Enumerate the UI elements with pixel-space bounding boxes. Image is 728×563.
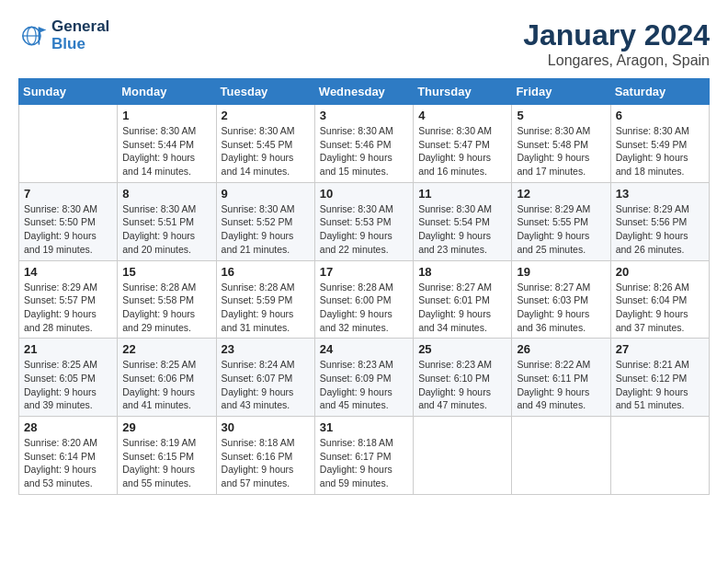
weekday-header: Thursday (414, 79, 512, 105)
sunset-text: Sunset: 5:48 PM (517, 138, 605, 152)
sunset-text: Sunset: 6:09 PM (320, 372, 408, 385)
day-number: 30 (222, 420, 310, 434)
calendar-cell: 3 Sunrise: 8:30 AM Sunset: 5:46 PM Dayli… (314, 105, 413, 183)
sunrise-text: Sunrise: 8:27 AM (517, 281, 605, 294)
sunrise-text: Sunrise: 8:27 AM (418, 281, 506, 294)
day-info: Sunrise: 8:30 AM Sunset: 5:52 PM Dayligh… (222, 202, 310, 257)
calendar-cell: 6 Sunrise: 8:30 AM Sunset: 5:49 PM Dayli… (610, 105, 709, 183)
sunrise-text: Sunrise: 8:21 AM (616, 358, 704, 372)
calendar-cell: 24 Sunrise: 8:23 AM Sunset: 6:09 PM Dayl… (314, 339, 413, 417)
sunset-text: Sunset: 5:59 PM (222, 293, 310, 307)
calendar-week-row: 1 Sunrise: 8:30 AM Sunset: 5:44 PM Dayli… (19, 105, 710, 183)
day-info: Sunrise: 8:23 AM Sunset: 6:10 PM Dayligh… (418, 358, 506, 412)
day-info: Sunrise: 8:21 AM Sunset: 6:12 PM Dayligh… (616, 358, 704, 412)
daylight-text: Daylight: 9 hours and 53 minutes. (24, 463, 112, 489)
day-info: Sunrise: 8:20 AM Sunset: 6:14 PM Dayligh… (24, 436, 112, 490)
sunrise-text: Sunrise: 8:28 AM (222, 281, 310, 294)
daylight-text: Daylight: 9 hours and 21 minutes. (222, 229, 310, 256)
calendar-cell: 10 Sunrise: 8:30 AM Sunset: 5:53 PM Dayl… (314, 182, 413, 260)
day-number: 27 (616, 342, 704, 356)
day-info: Sunrise: 8:22 AM Sunset: 6:11 PM Dayligh… (517, 358, 605, 412)
sunset-text: Sunset: 5:45 PM (222, 138, 310, 152)
day-info: Sunrise: 8:19 AM Sunset: 6:15 PM Dayligh… (122, 436, 210, 490)
day-info: Sunrise: 8:30 AM Sunset: 5:50 PM Dayligh… (24, 202, 112, 257)
daylight-text: Daylight: 9 hours and 25 minutes. (517, 229, 605, 256)
calendar-cell: 31 Sunrise: 8:18 AM Sunset: 6:17 PM Dayl… (314, 417, 413, 495)
sunrise-text: Sunrise: 8:29 AM (616, 202, 704, 216)
sunset-text: Sunset: 6:00 PM (320, 293, 408, 307)
sunrise-text: Sunrise: 8:29 AM (24, 281, 112, 294)
sunset-text: Sunset: 6:10 PM (418, 372, 506, 385)
sunset-text: Sunset: 6:15 PM (122, 450, 210, 464)
day-info: Sunrise: 8:30 AM Sunset: 5:51 PM Dayligh… (122, 202, 210, 257)
day-number: 15 (122, 265, 210, 279)
calendar-cell: 7 Sunrise: 8:30 AM Sunset: 5:50 PM Dayli… (19, 182, 118, 260)
daylight-text: Daylight: 9 hours and 36 minutes. (517, 307, 605, 334)
sunrise-text: Sunrise: 8:22 AM (517, 358, 605, 372)
day-info: Sunrise: 8:28 AM Sunset: 5:58 PM Dayligh… (122, 281, 210, 335)
daylight-text: Daylight: 9 hours and 57 minutes. (222, 463, 310, 489)
day-info: Sunrise: 8:30 AM Sunset: 5:45 PM Dayligh… (222, 124, 310, 178)
day-info: Sunrise: 8:27 AM Sunset: 6:03 PM Dayligh… (517, 281, 605, 335)
day-number: 20 (616, 265, 704, 279)
weekday-header: Monday (118, 79, 216, 105)
sunset-text: Sunset: 6:07 PM (222, 372, 310, 385)
calendar-week-row: 7 Sunrise: 8:30 AM Sunset: 5:50 PM Dayli… (19, 182, 710, 260)
day-number: 24 (320, 342, 408, 356)
daylight-text: Daylight: 9 hours and 23 minutes. (418, 229, 506, 256)
sunrise-text: Sunrise: 8:30 AM (418, 202, 506, 216)
calendar-cell: 30 Sunrise: 8:18 AM Sunset: 6:16 PM Dayl… (216, 417, 314, 495)
day-number: 31 (320, 420, 408, 434)
title-block: January 2024 Longares, Aragon, Spain (523, 18, 710, 69)
calendar-cell (512, 417, 610, 495)
day-number: 18 (418, 265, 506, 279)
sunrise-text: Sunrise: 8:30 AM (418, 124, 506, 138)
daylight-text: Daylight: 9 hours and 31 minutes. (222, 307, 310, 334)
calendar-cell: 22 Sunrise: 8:25 AM Sunset: 6:06 PM Dayl… (118, 339, 216, 417)
calendar-cell: 29 Sunrise: 8:19 AM Sunset: 6:15 PM Dayl… (118, 417, 216, 495)
day-info: Sunrise: 8:28 AM Sunset: 5:59 PM Dayligh… (222, 281, 310, 335)
daylight-text: Daylight: 9 hours and 37 minutes. (616, 307, 704, 334)
daylight-text: Daylight: 9 hours and 47 minutes. (418, 385, 506, 412)
sunset-text: Sunset: 5:58 PM (122, 293, 210, 307)
sunset-text: Sunset: 6:03 PM (517, 293, 605, 307)
calendar-week-row: 14 Sunrise: 8:29 AM Sunset: 5:57 PM Dayl… (19, 260, 710, 339)
sunrise-text: Sunrise: 8:20 AM (24, 436, 112, 450)
calendar-cell: 8 Sunrise: 8:30 AM Sunset: 5:51 PM Dayli… (118, 182, 216, 260)
day-number: 4 (418, 109, 506, 122)
weekday-header: Tuesday (216, 79, 314, 105)
daylight-text: Daylight: 9 hours and 34 minutes. (418, 307, 506, 334)
daylight-text: Daylight: 9 hours and 28 minutes. (24, 307, 112, 334)
daylight-text: Daylight: 9 hours and 49 minutes. (517, 385, 605, 412)
calendar-cell (19, 105, 118, 183)
sunrise-text: Sunrise: 8:23 AM (418, 358, 506, 372)
day-number: 13 (616, 187, 704, 201)
day-number: 29 (122, 420, 210, 434)
sunset-text: Sunset: 5:51 PM (122, 215, 210, 229)
day-info: Sunrise: 8:26 AM Sunset: 6:04 PM Dayligh… (616, 281, 704, 335)
sunrise-text: Sunrise: 8:30 AM (24, 202, 112, 216)
day-number: 11 (418, 187, 506, 201)
day-info: Sunrise: 8:29 AM Sunset: 5:57 PM Dayligh… (24, 281, 112, 335)
day-info: Sunrise: 8:29 AM Sunset: 5:56 PM Dayligh… (616, 202, 704, 257)
sunset-text: Sunset: 5:52 PM (222, 215, 310, 229)
day-info: Sunrise: 8:25 AM Sunset: 6:05 PM Dayligh… (24, 358, 112, 412)
daylight-text: Daylight: 9 hours and 32 minutes. (320, 307, 408, 334)
page-title: January 2024 (523, 18, 710, 52)
sunrise-text: Sunrise: 8:26 AM (616, 281, 704, 294)
day-info: Sunrise: 8:30 AM Sunset: 5:47 PM Dayligh… (418, 124, 506, 178)
sunset-text: Sunset: 6:16 PM (222, 450, 310, 464)
calendar-week-row: 28 Sunrise: 8:20 AM Sunset: 6:14 PM Dayl… (19, 417, 710, 495)
sunset-text: Sunset: 6:05 PM (24, 372, 112, 385)
day-info: Sunrise: 8:24 AM Sunset: 6:07 PM Dayligh… (222, 358, 310, 412)
daylight-text: Daylight: 9 hours and 17 minutes. (517, 151, 605, 178)
sunset-text: Sunset: 6:12 PM (616, 372, 704, 385)
day-number: 22 (122, 342, 210, 356)
calendar-cell: 28 Sunrise: 8:20 AM Sunset: 6:14 PM Dayl… (19, 417, 118, 495)
sunset-text: Sunset: 5:47 PM (418, 138, 506, 152)
day-info: Sunrise: 8:25 AM Sunset: 6:06 PM Dayligh… (122, 358, 210, 412)
day-info: Sunrise: 8:30 AM Sunset: 5:54 PM Dayligh… (418, 202, 506, 257)
day-info: Sunrise: 8:27 AM Sunset: 6:01 PM Dayligh… (418, 281, 506, 335)
day-number: 3 (320, 109, 408, 122)
logo-icon (18, 21, 48, 51)
